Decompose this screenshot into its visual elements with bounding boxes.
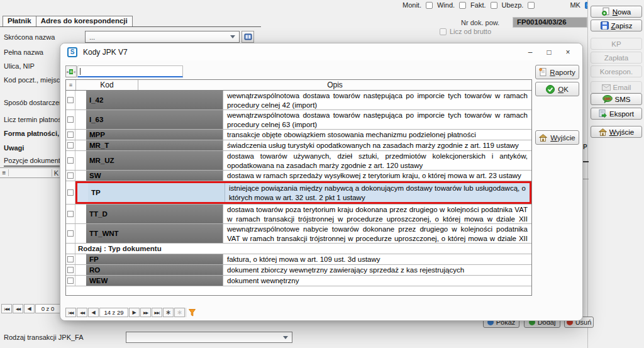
row-checkbox-cell[interactable] — [66, 181, 75, 204]
minimize-button[interactable]: – — [521, 43, 540, 60]
desc-cell[interactable]: wewnątrzwspólnotowe nabycie towarów doko… — [223, 224, 531, 243]
search-input[interactable] — [77, 65, 183, 77]
licz-od-brutto-checkbox[interactable] — [440, 28, 447, 35]
table-row-tt-wnt[interactable]: TT_WNT wewnątrzwspólnotowe nabycie towar… — [66, 224, 531, 244]
nav-prev-button[interactable]: ◀ — [24, 304, 35, 313]
checkbox-icon[interactable] — [67, 132, 74, 138]
table-row-tt-d[interactable]: TT_D dostawa towarów poza terytorium kra… — [66, 205, 531, 224]
table-row-tp-selected[interactable]: TP istniejące powiązania między nabywcą … — [66, 181, 531, 205]
table-row-mr-t[interactable]: MR_T świadczenia usług turystyki opodatk… — [66, 140, 531, 151]
checkbox-icon[interactable] — [67, 142, 74, 149]
search-mode-button[interactable]: aBc — [65, 65, 77, 77]
filter-button[interactable] — [186, 308, 198, 317]
nav-prev-button[interactable]: ◀ — [88, 308, 99, 317]
nowa-button[interactable]: Nowa — [591, 6, 642, 18]
table-row-i63[interactable]: I_63 wewnątrzwspólnotowa dostawa towarów… — [66, 110, 531, 130]
nav-last-button[interactable]: ▶▶| — [152, 308, 162, 317]
row-checkbox-cell[interactable] — [66, 224, 75, 243]
row-checkbox-cell[interactable] — [66, 110, 75, 129]
checkbox-icon[interactable] — [67, 256, 74, 262]
table-row-ro[interactable]: RO dokument zbiorczy wewnętrzny zawieraj… — [66, 265, 531, 276]
row-checkbox-cell[interactable] — [66, 276, 75, 286]
code-cell[interactable]: I_42 — [86, 91, 223, 109]
dialog-titlebar[interactable]: S Kody JPK V7 – □ × — [60, 43, 582, 60]
code-cell[interactable]: TP — [88, 183, 225, 202]
nav-next-button[interactable]: ▶ — [129, 308, 140, 317]
code-cell[interactable]: I_63 — [86, 110, 223, 129]
row-checkbox-cell[interactable] — [66, 140, 75, 150]
desc-cell[interactable]: wewnątrzwspólnotowa dostawa towarów nast… — [223, 110, 531, 129]
raporty-button[interactable]: Raporty — [535, 65, 579, 79]
fakt-checkbox[interactable] — [491, 2, 497, 9]
chevron-down-icon[interactable] — [283, 336, 288, 339]
nav-first-button[interactable]: |◀◀ — [1, 304, 12, 313]
group-header-row[interactable]: Rodzaj : Typ dokumentu — [66, 244, 531, 254]
desc-cell[interactable]: faktura, o której mowa w art. 109 ust. 3… — [223, 254, 531, 264]
desc-cell[interactable]: dostawa towarów poza terytorium kraju do… — [223, 205, 531, 223]
code-cell[interactable]: MR_T — [86, 140, 223, 150]
row-checkbox-cell[interactable] — [66, 171, 75, 181]
desc-cell[interactable]: wewnątrzwspólnotowa dostawa towarów nast… — [223, 91, 531, 109]
skrocona-nazwa-combobox[interactable]: ... — [85, 31, 240, 43]
desc-cell[interactable]: dostawa w ramach sprzedaży wysyłkowej z … — [223, 171, 531, 181]
code-cell[interactable]: MPP — [86, 130, 223, 140]
grid-menu-icon[interactable]: ≡ — [0, 169, 9, 176]
sms-button[interactable]: SMS SMS — [591, 93, 642, 105]
desc-cell[interactable]: dokument wewnętrzny — [223, 276, 531, 286]
checkbox-icon[interactable] — [67, 116, 74, 123]
chevron-down-icon[interactable] — [230, 35, 235, 38]
checkbox-icon[interactable] — [67, 230, 74, 237]
close-button[interactable]: × — [558, 43, 577, 60]
nav-prev-page-button[interactable]: ◀◀ — [13, 304, 23, 313]
desc-cell[interactable]: dostawa towarów używanych, dzieł sztuki,… — [223, 151, 531, 170]
code-cell[interactable]: WEW — [86, 276, 223, 286]
code-cell[interactable]: RO — [86, 265, 223, 275]
opis-column-header[interactable]: Opis — [138, 80, 531, 90]
code-cell[interactable]: SW — [86, 171, 223, 181]
row-checkbox-cell[interactable] — [66, 205, 75, 223]
dialog-wyjscie-button[interactable]: Wyjście — [535, 130, 579, 145]
checkbox-icon[interactable] — [67, 157, 74, 164]
row-checkbox-cell[interactable] — [66, 265, 75, 275]
nav-star-button[interactable]: ∗ — [163, 308, 174, 317]
ubezp-checkbox[interactable] — [528, 2, 535, 9]
row-checkbox-cell[interactable] — [66, 91, 75, 109]
checkbox-icon[interactable] — [67, 278, 74, 284]
tab-platnik[interactable]: Płatnik — [3, 16, 36, 26]
desc-cell[interactable]: dokument zbiorczy wewnętrzny zawierający… — [223, 265, 531, 275]
checkbox-icon[interactable] — [67, 172, 74, 179]
desc-cell[interactable]: świadczenia usług turystyki opodatkowany… — [223, 140, 531, 150]
table-row-mpp[interactable]: MPP transakcje objęte obowiązkiem stosow… — [66, 130, 531, 140]
table-row-wew[interactable]: WEW dokument wewnętrzny — [66, 276, 531, 286]
lookup-book-button[interactable] — [242, 31, 254, 43]
nav-first-button[interactable]: |◀◀ — [65, 308, 76, 317]
code-cell[interactable]: TT_WNT — [86, 224, 223, 243]
checkbox-icon[interactable] — [67, 189, 74, 196]
wyjscie-button[interactable]: Wyjście — [591, 126, 642, 138]
tab-adres-korespondencji[interactable]: Adres do korespondencji — [36, 16, 133, 26]
pozycje-dokumentu-tab[interactable]: Pozycje dokumentu — [4, 157, 64, 167]
wind-checkbox[interactable] — [459, 2, 466, 9]
row-checkbox-cell[interactable] — [66, 151, 75, 170]
maximize-button[interactable]: □ — [540, 43, 558, 60]
zapisz-button[interactable]: Zapisz — [591, 20, 642, 31]
desc-cell[interactable]: istniejące powiązania między nabywcą a d… — [225, 183, 530, 202]
table-row-fp[interactable]: FP faktura, o której mowa w art. 109 ust… — [66, 254, 531, 265]
code-cell[interactable]: MR_UZ — [86, 151, 223, 170]
monit-checkbox[interactable] — [426, 2, 433, 9]
checkbox-icon[interactable] — [67, 267, 74, 273]
table-row-i42[interactable]: I_42 wewnątrzwspólnotowa dostawa towarów… — [66, 91, 531, 110]
checkbox-icon[interactable] — [67, 211, 74, 217]
ok-button[interactable]: OK — [535, 82, 579, 96]
desc-cell[interactable]: transakcje objęte obowiązkiem stosowania… — [223, 130, 531, 140]
row-checkbox-cell[interactable] — [66, 130, 75, 140]
row-checkbox-cell[interactable] — [66, 254, 75, 264]
code-cell[interactable]: TT_D — [86, 205, 223, 223]
nav-next-page-button[interactable]: ▶▶ — [140, 308, 151, 317]
nav-prev-page-button[interactable]: ◀◀ — [77, 308, 87, 317]
rodzaj-transakcji-combobox[interactable] — [126, 332, 292, 343]
table-row-mr-uz[interactable]: MR_UZ dostawa towarów używanych, dzieł s… — [66, 151, 531, 171]
kod-column-header[interactable]: Kod — [75, 80, 138, 90]
header-menu-icon[interactable]: ≡ — [66, 80, 75, 90]
code-cell[interactable]: FP — [86, 254, 223, 264]
